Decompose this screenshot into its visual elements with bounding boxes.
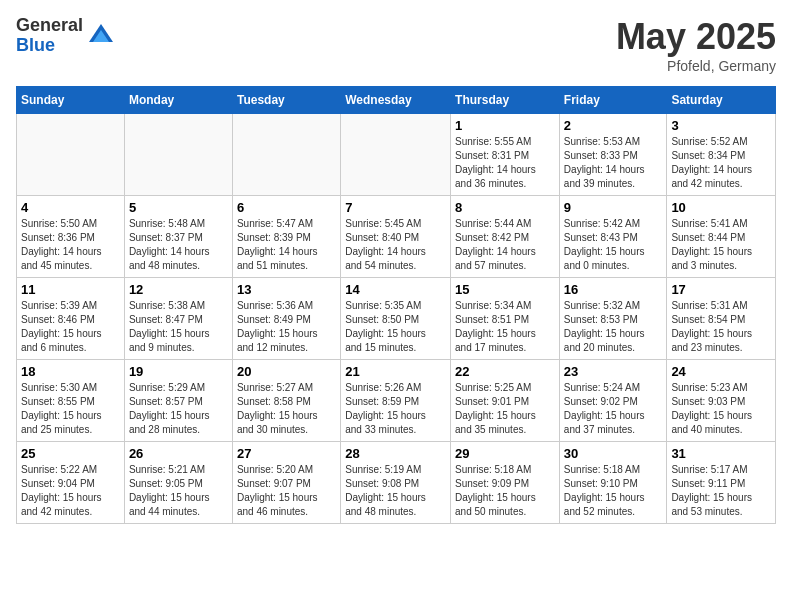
calendar-cell: 14Sunrise: 5:35 AM Sunset: 8:50 PM Dayli… <box>341 278 451 360</box>
calendar-cell: 6Sunrise: 5:47 AM Sunset: 8:39 PM Daylig… <box>232 196 340 278</box>
day-number: 18 <box>21 364 120 379</box>
day-info: Sunrise: 5:17 AM Sunset: 9:11 PM Dayligh… <box>671 463 771 519</box>
day-number: 20 <box>237 364 336 379</box>
calendar-week-4: 18Sunrise: 5:30 AM Sunset: 8:55 PM Dayli… <box>17 360 776 442</box>
day-number: 4 <box>21 200 120 215</box>
day-info: Sunrise: 5:29 AM Sunset: 8:57 PM Dayligh… <box>129 381 228 437</box>
calendar-cell: 11Sunrise: 5:39 AM Sunset: 8:46 PM Dayli… <box>17 278 125 360</box>
page-header: General Blue May 2025 Pfofeld, Germany <box>16 16 776 74</box>
calendar-week-5: 25Sunrise: 5:22 AM Sunset: 9:04 PM Dayli… <box>17 442 776 524</box>
day-number: 2 <box>564 118 663 133</box>
day-number: 9 <box>564 200 663 215</box>
day-number: 13 <box>237 282 336 297</box>
day-info: Sunrise: 5:48 AM Sunset: 8:37 PM Dayligh… <box>129 217 228 273</box>
calendar-cell: 12Sunrise: 5:38 AM Sunset: 8:47 PM Dayli… <box>124 278 232 360</box>
calendar-cell: 24Sunrise: 5:23 AM Sunset: 9:03 PM Dayli… <box>667 360 776 442</box>
day-number: 16 <box>564 282 663 297</box>
day-number: 12 <box>129 282 228 297</box>
day-number: 10 <box>671 200 771 215</box>
day-info: Sunrise: 5:32 AM Sunset: 8:53 PM Dayligh… <box>564 299 663 355</box>
calendar-cell: 16Sunrise: 5:32 AM Sunset: 8:53 PM Dayli… <box>559 278 667 360</box>
calendar-cell <box>124 114 232 196</box>
day-info: Sunrise: 5:19 AM Sunset: 9:08 PM Dayligh… <box>345 463 446 519</box>
weekday-header-sunday: Sunday <box>17 87 125 114</box>
calendar-cell: 2Sunrise: 5:53 AM Sunset: 8:33 PM Daylig… <box>559 114 667 196</box>
day-info: Sunrise: 5:42 AM Sunset: 8:43 PM Dayligh… <box>564 217 663 273</box>
day-info: Sunrise: 5:35 AM Sunset: 8:50 PM Dayligh… <box>345 299 446 355</box>
day-number: 3 <box>671 118 771 133</box>
calendar-cell: 21Sunrise: 5:26 AM Sunset: 8:59 PM Dayli… <box>341 360 451 442</box>
calendar-cell <box>17 114 125 196</box>
calendar-cell: 8Sunrise: 5:44 AM Sunset: 8:42 PM Daylig… <box>451 196 560 278</box>
calendar-cell: 9Sunrise: 5:42 AM Sunset: 8:43 PM Daylig… <box>559 196 667 278</box>
weekday-header-thursday: Thursday <box>451 87 560 114</box>
day-info: Sunrise: 5:52 AM Sunset: 8:34 PM Dayligh… <box>671 135 771 191</box>
day-number: 25 <box>21 446 120 461</box>
calendar-cell: 27Sunrise: 5:20 AM Sunset: 9:07 PM Dayli… <box>232 442 340 524</box>
calendar-week-1: 1Sunrise: 5:55 AM Sunset: 8:31 PM Daylig… <box>17 114 776 196</box>
day-info: Sunrise: 5:47 AM Sunset: 8:39 PM Dayligh… <box>237 217 336 273</box>
day-number: 22 <box>455 364 555 379</box>
day-number: 26 <box>129 446 228 461</box>
weekday-header-saturday: Saturday <box>667 87 776 114</box>
calendar-cell: 30Sunrise: 5:18 AM Sunset: 9:10 PM Dayli… <box>559 442 667 524</box>
weekday-header-tuesday: Tuesday <box>232 87 340 114</box>
day-info: Sunrise: 5:30 AM Sunset: 8:55 PM Dayligh… <box>21 381 120 437</box>
calendar-cell: 20Sunrise: 5:27 AM Sunset: 8:58 PM Dayli… <box>232 360 340 442</box>
calendar-cell: 31Sunrise: 5:17 AM Sunset: 9:11 PM Dayli… <box>667 442 776 524</box>
calendar-cell: 29Sunrise: 5:18 AM Sunset: 9:09 PM Dayli… <box>451 442 560 524</box>
day-number: 21 <box>345 364 446 379</box>
calendar-cell: 17Sunrise: 5:31 AM Sunset: 8:54 PM Dayli… <box>667 278 776 360</box>
weekday-header-row: SundayMondayTuesdayWednesdayThursdayFrid… <box>17 87 776 114</box>
weekday-header-monday: Monday <box>124 87 232 114</box>
calendar-cell: 13Sunrise: 5:36 AM Sunset: 8:49 PM Dayli… <box>232 278 340 360</box>
day-number: 30 <box>564 446 663 461</box>
day-info: Sunrise: 5:26 AM Sunset: 8:59 PM Dayligh… <box>345 381 446 437</box>
day-number: 7 <box>345 200 446 215</box>
weekday-header-friday: Friday <box>559 87 667 114</box>
day-info: Sunrise: 5:50 AM Sunset: 8:36 PM Dayligh… <box>21 217 120 273</box>
day-info: Sunrise: 5:53 AM Sunset: 8:33 PM Dayligh… <box>564 135 663 191</box>
day-info: Sunrise: 5:39 AM Sunset: 8:46 PM Dayligh… <box>21 299 120 355</box>
day-number: 5 <box>129 200 228 215</box>
day-info: Sunrise: 5:24 AM Sunset: 9:02 PM Dayligh… <box>564 381 663 437</box>
day-info: Sunrise: 5:20 AM Sunset: 9:07 PM Dayligh… <box>237 463 336 519</box>
day-info: Sunrise: 5:18 AM Sunset: 9:09 PM Dayligh… <box>455 463 555 519</box>
calendar-cell <box>341 114 451 196</box>
day-number: 31 <box>671 446 771 461</box>
calendar-cell: 18Sunrise: 5:30 AM Sunset: 8:55 PM Dayli… <box>17 360 125 442</box>
day-info: Sunrise: 5:21 AM Sunset: 9:05 PM Dayligh… <box>129 463 228 519</box>
calendar-cell: 1Sunrise: 5:55 AM Sunset: 8:31 PM Daylig… <box>451 114 560 196</box>
calendar-cell: 4Sunrise: 5:50 AM Sunset: 8:36 PM Daylig… <box>17 196 125 278</box>
calendar-cell <box>232 114 340 196</box>
calendar-cell: 22Sunrise: 5:25 AM Sunset: 9:01 PM Dayli… <box>451 360 560 442</box>
calendar-cell: 10Sunrise: 5:41 AM Sunset: 8:44 PM Dayli… <box>667 196 776 278</box>
day-info: Sunrise: 5:55 AM Sunset: 8:31 PM Dayligh… <box>455 135 555 191</box>
calendar-cell: 7Sunrise: 5:45 AM Sunset: 8:40 PM Daylig… <box>341 196 451 278</box>
day-number: 28 <box>345 446 446 461</box>
day-info: Sunrise: 5:25 AM Sunset: 9:01 PM Dayligh… <box>455 381 555 437</box>
calendar-cell: 26Sunrise: 5:21 AM Sunset: 9:05 PM Dayli… <box>124 442 232 524</box>
day-info: Sunrise: 5:45 AM Sunset: 8:40 PM Dayligh… <box>345 217 446 273</box>
day-info: Sunrise: 5:44 AM Sunset: 8:42 PM Dayligh… <box>455 217 555 273</box>
day-info: Sunrise: 5:18 AM Sunset: 9:10 PM Dayligh… <box>564 463 663 519</box>
day-number: 29 <box>455 446 555 461</box>
day-info: Sunrise: 5:31 AM Sunset: 8:54 PM Dayligh… <box>671 299 771 355</box>
calendar-table: SundayMondayTuesdayWednesdayThursdayFrid… <box>16 86 776 524</box>
calendar-week-2: 4Sunrise: 5:50 AM Sunset: 8:36 PM Daylig… <box>17 196 776 278</box>
calendar-cell: 28Sunrise: 5:19 AM Sunset: 9:08 PM Dayli… <box>341 442 451 524</box>
logo: General Blue <box>16 16 115 56</box>
day-number: 24 <box>671 364 771 379</box>
day-info: Sunrise: 5:27 AM Sunset: 8:58 PM Dayligh… <box>237 381 336 437</box>
day-number: 14 <box>345 282 446 297</box>
day-number: 11 <box>21 282 120 297</box>
logo-general-text: General <box>16 16 83 36</box>
day-info: Sunrise: 5:38 AM Sunset: 8:47 PM Dayligh… <box>129 299 228 355</box>
title-block: May 2025 Pfofeld, Germany <box>616 16 776 74</box>
weekday-header-wednesday: Wednesday <box>341 87 451 114</box>
calendar-cell: 15Sunrise: 5:34 AM Sunset: 8:51 PM Dayli… <box>451 278 560 360</box>
location-subtitle: Pfofeld, Germany <box>616 58 776 74</box>
calendar-cell: 5Sunrise: 5:48 AM Sunset: 8:37 PM Daylig… <box>124 196 232 278</box>
day-number: 6 <box>237 200 336 215</box>
calendar-cell: 23Sunrise: 5:24 AM Sunset: 9:02 PM Dayli… <box>559 360 667 442</box>
